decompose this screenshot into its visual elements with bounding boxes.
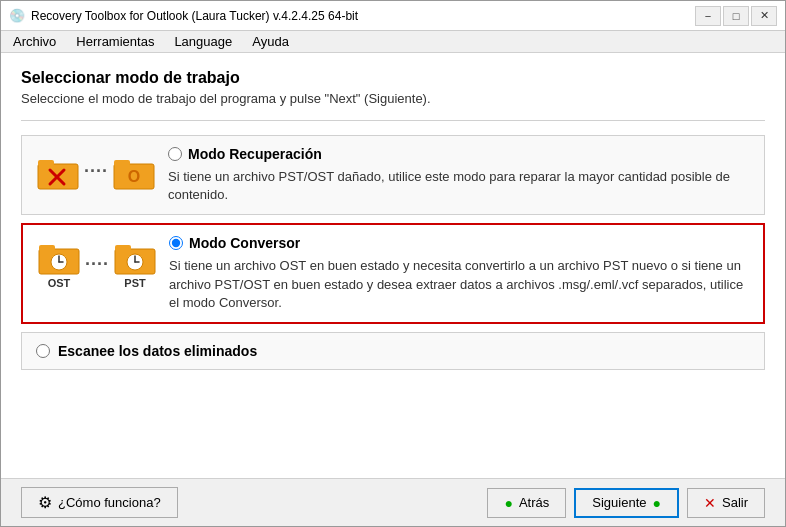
option-recovery-label[interactable]: ···· O Modo [36,146,750,204]
ost-label: OST [48,277,71,289]
option-converter-header: Modo Conversor [169,235,749,251]
svg-rect-5 [114,160,130,166]
svg-rect-13 [115,245,131,251]
menu-archivo[interactable]: Archivo [5,32,64,51]
ost-folder-wrapper: OST [37,239,81,289]
gear-icon: ⚙ [38,493,52,512]
page-title: Seleccionar modo de trabajo [21,69,765,87]
svg-text:O: O [128,168,140,185]
option-converter-card[interactable]: OST ···· [21,223,765,324]
option-deleted-card[interactable]: Escanee los datos eliminados [21,332,765,370]
dots-icon-1: ···· [84,161,108,182]
option-deleted-title: Escanee los datos eliminados [58,343,257,359]
next-label: Siguiente [592,495,646,510]
option-recovery-card[interactable]: ···· O Modo [21,135,765,215]
title-bar-controls: − □ ✕ [695,6,777,26]
converter-icons: OST ···· [37,239,157,289]
option-converter-title: Modo Conversor [189,235,300,251]
footer-right: ● Atrás Siguiente ● ✕ Salir [487,488,765,518]
exit-label: Salir [722,495,748,510]
exit-button[interactable]: ✕ Salir [687,488,765,518]
menu-ayuda[interactable]: Ayuda [244,32,297,51]
title-bar-text: Recovery Toolbox for Outlook (Laura Tuck… [31,9,695,23]
svg-rect-8 [39,245,55,251]
options-area: ···· O Modo [21,135,765,468]
pst-folder-icon [113,239,157,277]
how-works-label: ¿Cómo funciona? [58,495,161,510]
option-converter-content: Modo Conversor Si tiene un archivo OST e… [169,235,749,312]
option-recovery-content: Modo Recuperación Si tiene un archivo PS… [168,146,750,204]
back-button[interactable]: ● Atrás [487,488,566,518]
title-bar: 💿 Recovery Toolbox for Outlook (Laura Tu… [1,1,785,31]
app-icon: 💿 [9,8,25,24]
dots-icon-2: ···· [85,254,109,275]
main-window: 💿 Recovery Toolbox for Outlook (Laura Tu… [0,0,786,527]
back-icon: ● [504,495,512,511]
option-recovery-title: Modo Recuperación [188,146,322,162]
exit-icon: ✕ [704,495,716,511]
option-converter-desc: Si tiene un archivo OST en buen estado y… [169,257,749,312]
pst-label: PST [124,277,145,289]
recovery-icons: ···· O [36,150,156,192]
how-works-button[interactable]: ⚙ ¿Cómo funciona? [21,487,178,518]
pst-folder-wrapper: PST [113,239,157,289]
outlook-folder-icon: O [112,150,156,192]
divider-top [21,120,765,121]
footer: ⚙ ¿Cómo funciona? ● Atrás Siguiente ● ✕ … [1,478,785,526]
footer-left: ⚙ ¿Cómo funciona? [21,487,178,518]
menu-bar: Archivo Herramientas Language Ayuda [1,31,785,53]
minimize-button[interactable]: − [695,6,721,26]
radio-recovery[interactable] [168,147,182,161]
menu-herramientas[interactable]: Herramientas [68,32,162,51]
option-deleted-label[interactable]: Escanee los datos eliminados [36,343,750,359]
close-button[interactable]: ✕ [751,6,777,26]
ost-folder-icon [37,239,81,277]
back-label: Atrás [519,495,549,510]
next-button[interactable]: Siguiente ● [574,488,679,518]
svg-rect-1 [38,160,54,166]
content-area: Seleccionar modo de trabajo Seleccione e… [1,53,785,478]
menu-language[interactable]: Language [166,32,240,51]
broken-folder-icon [36,150,80,192]
page-subtitle: Seleccione el modo de trabajo del progra… [21,91,765,106]
maximize-button[interactable]: □ [723,6,749,26]
option-recovery-header: Modo Recuperación [168,146,750,162]
radio-deleted[interactable] [36,344,50,358]
radio-converter[interactable] [169,236,183,250]
option-recovery-desc: Si tiene un archivo PST/OST dañado, util… [168,168,750,204]
next-icon: ● [653,495,661,511]
option-converter-label[interactable]: OST ···· [37,235,749,312]
